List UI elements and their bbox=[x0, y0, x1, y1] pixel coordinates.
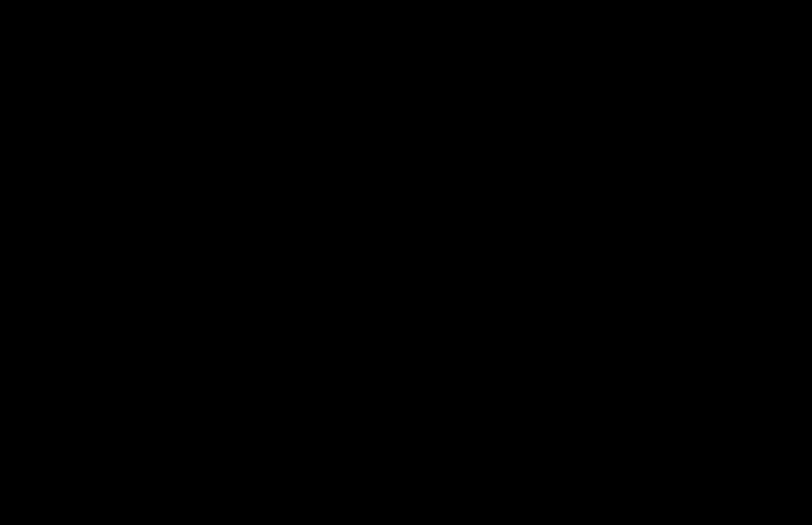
streamlines-button[interactable]: Streamlines bbox=[0, 332, 141, 344]
export-and-run-label: Export and run bbox=[0, 201, 75, 213]
3d-results-column: 3D results Streamlines Allocation bbox=[0, 319, 141, 357]
ribbon-tab-reservoir-engineering[interactable]: Reservoir Engineering bbox=[0, 110, 812, 123]
keyword-editor-button[interactable]: Keyword editor bbox=[0, 214, 85, 227]
view-icon[interactable]: ▦ bbox=[65, 1, 75, 13]
streamlines-label: Streamlines bbox=[0, 332, 60, 344]
uncertainty-optimization-label: Uncertainty and optimization bbox=[0, 487, 145, 499]
3d-results-label: 3D results bbox=[0, 319, 52, 331]
ribbon-tab-row: File Home Stratigraphy Seismic Interpret… bbox=[0, 19, 812, 162]
3d-properties-button[interactable]: 3D properties bbox=[0, 396, 39, 422]
ribbon-tab-reservoir-geomechanics[interactable]: Reservoir Ge bbox=[0, 149, 812, 162]
ribbon-group-summary-results: Field plots ▾ Results charting Summary c… bbox=[0, 240, 92, 293]
case-management-column: Export and run Keyword editor Reports ▾ bbox=[0, 201, 85, 240]
rft-mismatch-button[interactable]: RFT mismatch bbox=[0, 461, 223, 474]
reports-label: Reports bbox=[0, 227, 40, 239]
ribbon-tab-simulation[interactable]: Simulation bbox=[0, 136, 812, 149]
save-icon[interactable]: ▣ bbox=[11, 1, 22, 13]
uncertainty-optimization-button[interactable]: Uncertainty and optimization bbox=[0, 487, 223, 500]
import-button[interactable]: Import bbox=[0, 162, 36, 175]
summary-calculator-button[interactable]: Summary calculator bbox=[0, 267, 92, 293]
ribbon-tab-stratigraphy[interactable]: Stratigraphy bbox=[0, 45, 812, 58]
ribbon-tab-home[interactable]: Home bbox=[0, 32, 812, 45]
summary-calculator-label: Summary calculator bbox=[0, 267, 49, 292]
quick-view-button[interactable]: Quick view bbox=[0, 293, 29, 319]
print-icon[interactable]: ▤ bbox=[50, 1, 61, 13]
multi-value-probe-button[interactable]: Multi-value probe bbox=[0, 357, 42, 396]
customize-toolbar-icon[interactable]: ▾ bbox=[78, 1, 84, 13]
3d-results-button[interactable]: 3D results bbox=[0, 319, 141, 332]
field-plots-label: Field plots bbox=[0, 241, 52, 253]
define-case-label: Define case bbox=[0, 175, 33, 200]
allocation-button[interactable]: Allocation bbox=[0, 344, 141, 357]
ribbon-tab-fracture-modeling[interactable]: Fracture Modeling bbox=[0, 97, 812, 110]
ribbon-group-3d-results: Quick view 3D results Streamlines Alloca… bbox=[0, 293, 141, 396]
import-label: Import bbox=[0, 162, 32, 174]
ribbon-group-history-match: 3D properties Grid property modification… bbox=[0, 396, 223, 500]
tornado-plot-label: Tornado plot ▾ bbox=[0, 500, 42, 525]
reports-button[interactable]: Reports ▾ bbox=[0, 227, 85, 240]
quick-access-toolbar: P ▣ ↶ ↷ ▤ ▦ ▾ bbox=[0, 0, 812, 14]
tornado-plot-button[interactable]: Tornado plot ▾ bbox=[0, 500, 37, 525]
redo-icon[interactable]: ↷ bbox=[37, 1, 47, 13]
chevron-down-icon: ▾ bbox=[43, 227, 49, 239]
ribbon-tab-structural-modeling[interactable]: Structural Modeling bbox=[0, 71, 812, 84]
keyword-editor-label: Keyword editor bbox=[0, 214, 77, 226]
grid-property-modification-button[interactable]: Grid property modification bbox=[0, 422, 47, 461]
chevron-down-icon: ▾ bbox=[22, 513, 27, 525]
results-charting-label: Results charting bbox=[0, 254, 83, 266]
summary-results-column: Field plots ▾ Results charting Summary c… bbox=[0, 240, 92, 293]
field-plots-button[interactable]: Field plots ▾ bbox=[0, 240, 92, 254]
ribbon-tab-property-modeling[interactable]: Property Modeling bbox=[0, 84, 812, 97]
objective-function-label: Objective function bbox=[0, 474, 91, 486]
ribbon-group-simulation: Import Define case bbox=[0, 162, 76, 201]
ribbon-group-multiple-case: Tornado plot ▾ Analysis ▾ Proxy plots ▾ … bbox=[0, 500, 137, 525]
ribbon-tab-seismic-interpretation[interactable]: Seismic Interpretation bbox=[0, 58, 812, 71]
quick-view-label: Quick view bbox=[0, 293, 29, 318]
undo-icon[interactable]: ↶ bbox=[24, 1, 34, 13]
multi-value-probe-label: Multi-value probe bbox=[0, 357, 29, 396]
window-titlebar: P ▣ ↶ ↷ ▤ ▦ ▾ Petrel E&P Software Platfo… bbox=[0, 0, 812, 19]
chevron-down-icon: ▾ bbox=[55, 241, 61, 253]
define-case-button[interactable]: Define case bbox=[0, 175, 36, 201]
ribbon: Import Define case Export and run Keywor… bbox=[0, 162, 812, 525]
ribbon-group-case-management: Export and run Keyword editor Reports ▾ bbox=[0, 201, 85, 240]
objective-function-button[interactable]: Objective function bbox=[0, 474, 223, 487]
app-logo-icon[interactable]: P bbox=[0, 1, 7, 13]
grid-property-modification-label: Grid property modification bbox=[0, 422, 61, 460]
allocation-label: Allocation bbox=[0, 344, 50, 357]
history-match-column: RFT mismatch Objective function Uncertai… bbox=[0, 461, 223, 500]
3d-properties-label: 3D properties bbox=[0, 396, 51, 421]
rft-mismatch-label: RFT mismatch bbox=[0, 461, 75, 473]
ribbon-tab-well-engineering[interactable]: Well Engineering bbox=[0, 123, 812, 136]
results-charting-button[interactable]: Results charting bbox=[0, 254, 92, 267]
export-and-run-button[interactable]: Export and run bbox=[0, 201, 85, 214]
app-window: P ▣ ↶ ↷ ▤ ▦ ▾ Petrel E&P Software Platfo… bbox=[0, 0, 812, 525]
